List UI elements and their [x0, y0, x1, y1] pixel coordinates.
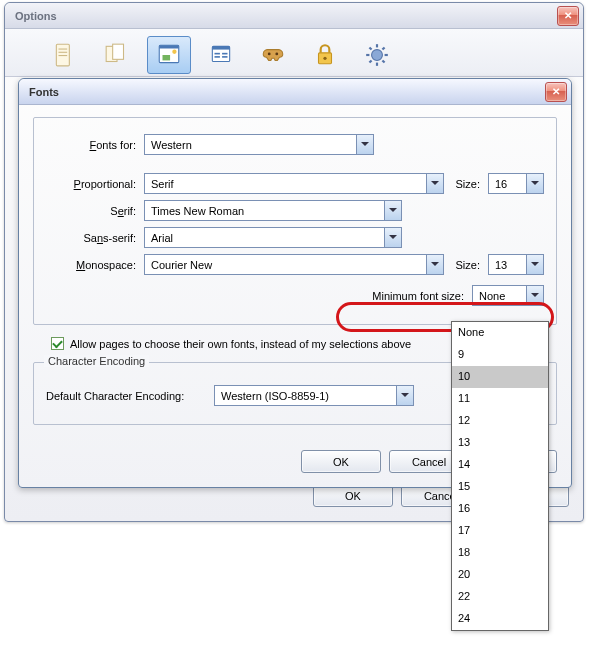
close-icon[interactable]: ✕ — [557, 6, 579, 26]
svg-point-19 — [323, 56, 326, 59]
fonts-for-label: Fonts for: — [46, 139, 136, 151]
min-font-size-option[interactable]: 15 — [452, 476, 548, 498]
tab-privacy-icon[interactable] — [251, 36, 295, 74]
options-toolbar — [5, 29, 583, 77]
min-font-size-option[interactable]: 18 — [452, 542, 548, 564]
monospace-dropdown[interactable]: Courier New — [144, 254, 444, 275]
monospace-label: Monospace: — [46, 259, 136, 271]
svg-rect-3 — [59, 55, 68, 56]
chevron-down-icon — [384, 201, 401, 220]
min-font-size-option[interactable]: 12 — [452, 410, 548, 432]
tab-security-icon[interactable] — [303, 36, 347, 74]
min-font-size-option[interactable]: 11 — [452, 388, 548, 410]
tab-advanced-icon[interactable] — [355, 36, 399, 74]
proportional-dropdown[interactable]: Serif — [144, 173, 444, 194]
chevron-down-icon — [526, 255, 543, 274]
chevron-down-icon — [426, 174, 443, 193]
svg-line-26 — [382, 60, 384, 62]
min-font-size-option[interactable]: 16 — [452, 498, 548, 520]
min-font-size-option[interactable]: 10 — [452, 366, 548, 388]
encoding-dropdown[interactable]: Western (ISO-8859-1) — [214, 385, 414, 406]
min-font-size-option[interactable]: 13 — [452, 432, 548, 454]
min-font-size-option[interactable]: 22 — [452, 586, 548, 608]
svg-point-9 — [172, 49, 176, 53]
monospace-size-dropdown[interactable]: 13 — [488, 254, 544, 275]
serif-label: Serif: — [46, 205, 136, 217]
tab-content-icon[interactable] — [147, 36, 191, 74]
chevron-down-icon — [526, 174, 543, 193]
encoding-label: Default Character Encoding: — [46, 390, 206, 402]
chevron-down-icon — [426, 255, 443, 274]
min-font-size-option[interactable]: 9 — [452, 344, 548, 366]
fonts-ok-button[interactable]: OK — [301, 450, 381, 473]
serif-dropdown[interactable]: Times New Roman — [144, 200, 402, 221]
svg-rect-7 — [159, 45, 179, 48]
fonts-title: Fonts — [29, 86, 545, 98]
min-font-size-option[interactable]: None — [452, 322, 548, 344]
min-font-size-option[interactable]: 14 — [452, 454, 548, 476]
chevron-down-icon — [526, 286, 543, 305]
svg-rect-14 — [222, 52, 227, 54]
svg-rect-5 — [113, 44, 124, 59]
chevron-down-icon — [384, 228, 401, 247]
min-font-size-option[interactable]: 24 — [452, 608, 548, 630]
svg-line-28 — [382, 47, 384, 49]
tab-general-icon[interactable] — [43, 36, 87, 74]
svg-point-16 — [268, 52, 271, 55]
svg-point-17 — [275, 52, 278, 55]
options-titlebar: Options ✕ — [5, 3, 583, 29]
svg-line-25 — [369, 47, 371, 49]
sans-serif-dropdown[interactable]: Arial — [144, 227, 402, 248]
fonts-for-dropdown[interactable]: Western — [144, 134, 374, 155]
fonts-titlebar: Fonts ✕ — [19, 79, 571, 105]
min-font-size-option[interactable]: 20 — [452, 564, 548, 586]
svg-rect-1 — [59, 48, 68, 49]
chevron-down-icon — [356, 135, 373, 154]
svg-point-20 — [372, 49, 383, 60]
tab-applications-icon[interactable] — [199, 36, 243, 74]
proportional-size-label: Size: — [456, 178, 480, 190]
min-font-size-option[interactable]: 17 — [452, 520, 548, 542]
proportional-size-dropdown[interactable]: 16 — [488, 173, 544, 194]
allow-fonts-checkbox[interactable] — [51, 337, 64, 350]
min-font-size-options-list: None9101112131415161718202224 — [451, 321, 549, 631]
svg-line-27 — [369, 60, 371, 62]
fonts-group: Fonts for: Western Proportional: Serif S… — [33, 117, 557, 325]
proportional-label: Proportional: — [46, 178, 136, 190]
svg-rect-11 — [212, 46, 229, 49]
svg-rect-2 — [59, 51, 68, 52]
svg-rect-8 — [163, 55, 171, 60]
min-font-size-label: Minimum font size: — [372, 290, 464, 302]
tab-tabs-icon[interactable] — [95, 36, 139, 74]
allow-fonts-label: Allow pages to choose their own fonts, i… — [70, 338, 411, 350]
close-icon[interactable]: ✕ — [545, 82, 567, 102]
chevron-down-icon — [396, 386, 413, 405]
options-title: Options — [15, 10, 557, 22]
monospace-size-label: Size: — [456, 259, 480, 271]
sans-serif-label: Sans-serif: — [46, 232, 136, 244]
encoding-legend: Character Encoding — [44, 355, 149, 367]
svg-rect-12 — [215, 52, 220, 54]
svg-rect-13 — [215, 56, 220, 58]
svg-rect-15 — [222, 56, 227, 58]
min-font-size-dropdown[interactable]: None — [472, 285, 544, 306]
